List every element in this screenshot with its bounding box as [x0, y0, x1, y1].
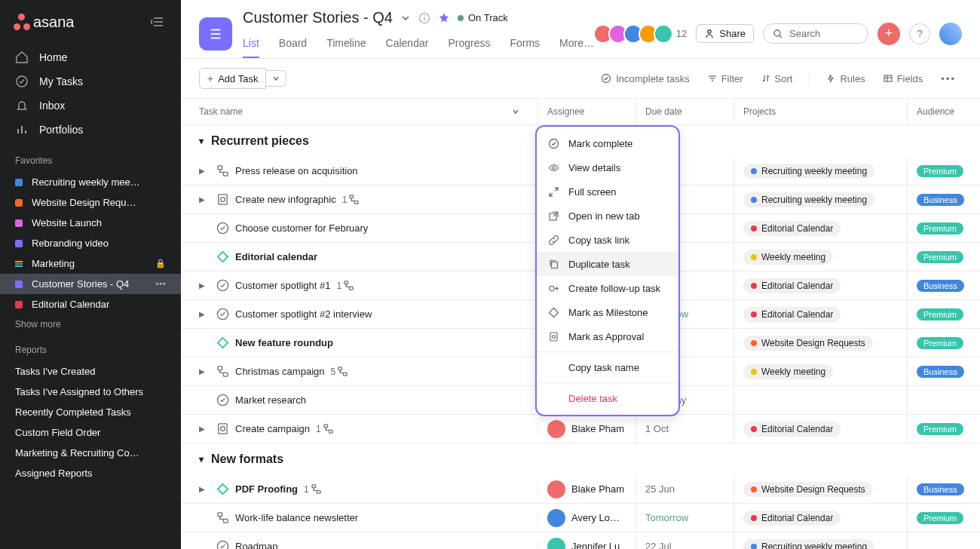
project-chip[interactable]: Editorial Calendar — [743, 278, 841, 293]
report-item[interactable]: Custom Field Order — [0, 422, 181, 443]
audience-cell[interactable]: Premium — [908, 300, 980, 328]
project-chip[interactable]: Editorial Calendar — [743, 422, 841, 437]
project-chip[interactable]: Weekly meeting — [743, 250, 833, 265]
audience-cell[interactable]: Premium — [908, 157, 980, 185]
menu-mark-as-milestone[interactable]: Mark as Milestone — [537, 300, 678, 324]
expand-caret-icon[interactable]: ▶ — [199, 167, 210, 175]
projects-cell[interactable]: Editorial Calendar — [734, 271, 908, 299]
title-dropdown-icon[interactable] — [400, 13, 411, 23]
col-task-sort-icon[interactable] — [512, 108, 519, 115]
task-row[interactable]: ▶RoadmapJennifer Lu22 JulRecruiting week… — [181, 532, 980, 549]
projects-cell[interactable]: Editorial Calendar — [734, 415, 908, 443]
expand-caret-icon[interactable]: ▶ — [199, 310, 210, 318]
task-row[interactable]: ▶Work-life balance newsletterAvery Lomax… — [181, 504, 980, 532]
project-chip[interactable]: Editorial Calendar — [743, 307, 841, 322]
report-item[interactable]: Tasks I've Assigned to Others — [0, 382, 181, 402]
projects-cell[interactable] — [734, 386, 908, 414]
favorite-item[interactable]: Website Design Requ… — [0, 192, 181, 213]
filter-button[interactable]: Filter — [702, 73, 749, 84]
collapse-sidebar-icon[interactable] — [148, 12, 167, 32]
projects-cell[interactable]: Editorial Calendar — [734, 214, 908, 242]
assignee-cell[interactable]: Jennifer Lu — [538, 532, 636, 549]
sort-button[interactable]: Sort — [755, 73, 799, 84]
share-button[interactable]: Share — [696, 24, 754, 43]
projects-cell[interactable]: Editorial Calendar — [734, 300, 908, 328]
expand-caret-icon[interactable]: ▶ — [199, 367, 210, 376]
global-add-button[interactable]: + — [877, 23, 900, 45]
project-chip[interactable]: Recruiting weekly meeting — [743, 539, 874, 550]
assignee-cell[interactable]: Blake Pham — [538, 475, 636, 503]
projects-cell[interactable]: Website Design Requests — [734, 475, 908, 503]
menu-copy-task-name[interactable]: Copy task name — [537, 355, 678, 379]
menu-delete-task[interactable]: Delete task — [537, 386, 678, 410]
favorite-item[interactable]: Marketing🔒 — [0, 253, 181, 274]
show-more-favorites[interactable]: Show more — [0, 314, 181, 334]
help-button[interactable]: ? — [909, 23, 930, 44]
menu-duplicate-task[interactable]: Duplicate task — [537, 252, 678, 276]
menu-create-follow-up-task[interactable]: Create follow-up task — [537, 276, 678, 300]
tab-timeline[interactable]: Timeline — [326, 29, 366, 58]
menu-open-in-new-tab[interactable]: Open in new tab — [537, 204, 678, 228]
due-cell[interactable]: 22 Jul — [636, 532, 734, 549]
incomplete-filter[interactable]: Incomplete tasks — [595, 73, 696, 84]
project-chip[interactable]: Editorial Calendar — [743, 511, 841, 526]
expand-caret-icon[interactable]: ▶ — [199, 195, 210, 204]
expand-caret-icon[interactable]: ▶ — [199, 425, 210, 433]
more-icon[interactable]: ••• — [155, 278, 166, 290]
audience-cell[interactable]: Premium — [908, 504, 980, 532]
project-chip[interactable]: Website Design Requests — [743, 482, 873, 497]
audience-cell[interactable]: Business — [908, 357, 980, 385]
assignee-cell[interactable]: Blake Pham — [538, 415, 636, 443]
favorite-item[interactable]: Customer Stories - Q4••• — [0, 274, 181, 294]
favorite-item[interactable]: Recruiting weekly mee… — [0, 172, 181, 192]
projects-cell[interactable]: Recruiting weekly meeting — [734, 532, 908, 549]
tab-progress[interactable]: Progress — [448, 29, 490, 58]
expand-caret-icon[interactable]: ▶ — [199, 281, 210, 290]
project-chip[interactable]: Recruiting weekly meeting — [743, 192, 874, 207]
audience-cell[interactable] — [908, 386, 980, 414]
favorite-item[interactable]: Website Launch — [0, 213, 181, 233]
audience-cell[interactable]: Premium — [908, 214, 980, 242]
star-icon[interactable] — [438, 12, 450, 24]
rules-button[interactable]: Rules — [820, 73, 871, 84]
logo[interactable]: asana — [14, 14, 75, 31]
audience-cell[interactable] — [908, 532, 980, 549]
task-row[interactable]: ▶Create campaign1 Blake Pham1 OctEditori… — [181, 415, 980, 443]
due-cell[interactable]: Tomorrow — [636, 504, 734, 532]
favorite-item[interactable]: Editorial Calendar — [0, 294, 181, 314]
due-cell[interactable]: 25 Jun — [636, 475, 734, 503]
projects-cell[interactable]: Editorial Calendar — [734, 504, 908, 532]
fields-button[interactable]: Fields — [877, 73, 929, 84]
more-actions-button[interactable]: ••• — [935, 73, 962, 84]
report-item[interactable]: Marketing & Recruiting Co… — [0, 443, 181, 463]
projects-cell[interactable]: Recruiting weekly meeting — [734, 157, 908, 185]
nav-portfolios[interactable]: Portfolios — [0, 118, 181, 142]
audience-cell[interactable]: Premium — [908, 329, 980, 357]
project-chip[interactable]: Editorial Calendar — [743, 221, 841, 236]
tab-more[interactable]: More… — [559, 29, 594, 58]
tab-forms[interactable]: Forms — [510, 29, 540, 58]
menu-view-details[interactable]: View details — [537, 155, 678, 179]
tab-board[interactable]: Board — [279, 29, 307, 58]
audience-cell[interactable]: Premium — [908, 415, 980, 443]
projects-cell[interactable]: Website Design Requests — [734, 329, 908, 357]
assignee-cell[interactable]: Avery Lomax — [538, 504, 636, 532]
report-item[interactable]: Recently Completed Tasks — [0, 402, 181, 422]
nav-my-tasks[interactable]: My Tasks — [0, 69, 181, 94]
project-chip[interactable]: Recruiting weekly meeting — [743, 164, 874, 179]
due-cell[interactable]: 1 Oct — [636, 415, 734, 443]
section-row[interactable]: ▾New formats — [181, 443, 980, 475]
task-row[interactable]: ▶PDF Proofing1 Blake Pham25 JunWebsite D… — [181, 475, 980, 504]
audience-cell[interactable]: Business — [908, 475, 980, 503]
expand-caret-icon[interactable]: ▶ — [199, 485, 210, 493]
member-avatars[interactable]: 12 — [598, 24, 687, 44]
menu-full-screen[interactable]: Full screen — [537, 179, 678, 204]
projects-cell[interactable]: Recruiting weekly meeting — [734, 186, 908, 213]
menu-mark-complete[interactable]: Mark complete — [537, 131, 678, 155]
tab-list[interactable]: List — [243, 29, 259, 58]
search-input[interactable]: Search — [763, 23, 868, 44]
menu-copy-task-link[interactable]: Copy task link — [537, 228, 678, 252]
favorite-item[interactable]: Rebranding video — [0, 233, 181, 253]
projects-cell[interactable]: Weekly meeting — [734, 243, 908, 271]
info-icon[interactable] — [418, 12, 430, 24]
